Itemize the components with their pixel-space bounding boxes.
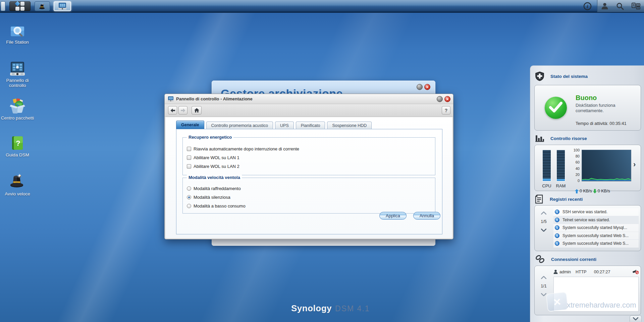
upload-arrow-icon <box>575 189 579 193</box>
tab-generale[interactable]: Generale <box>176 121 204 129</box>
tab-pianificato[interactable]: Pianificato <box>296 122 325 129</box>
collapse-widget-tab[interactable] <box>630 315 642 322</box>
log-row[interactable]: iSystem successfully started Web S... <box>553 232 639 240</box>
help-button[interactable]: ? <box>442 106 450 114</box>
radio-row: Modalità a basso consumo <box>187 203 246 209</box>
close-icon[interactable]: ✕ <box>424 84 430 90</box>
radio-label: Modalità raffreddamento <box>194 186 241 191</box>
power-recovery-group: Recupero energetico Riavvia automaticame… <box>182 137 435 175</box>
back-button[interactable] <box>168 106 177 114</box>
pilot-view-button[interactable] <box>632 3 640 9</box>
chevron-down-icon[interactable] <box>541 229 546 232</box>
widget-title: Controllo risorse <box>550 136 587 141</box>
chevron-down-icon[interactable] <box>541 293 546 296</box>
info-button[interactable]: i <box>583 2 592 10</box>
cpu-usage-bar <box>542 149 551 182</box>
show-desktop-button[interactable] <box>1 1 5 11</box>
close-icon[interactable]: ✕ <box>444 96 450 102</box>
cool-mode-radio[interactable] <box>187 186 191 191</box>
cancel-button[interactable]: Annulla <box>413 212 440 220</box>
log-row[interactable]: iSystem successfully started Web S... <box>553 240 639 248</box>
connection-row[interactable]: admin HTTP 00:27:27 <box>553 269 639 274</box>
log-row[interactable]: iSSH service was started. <box>553 208 639 216</box>
recent-logs-box: 1/5 iSSH service was started. iTelnet se… <box>534 205 641 251</box>
current-connections-box: 1/1 admin HTTP 00:27:27 <box>534 266 641 315</box>
recent-logs-header: Registri recenti <box>535 194 583 204</box>
forward-button[interactable] <box>178 106 187 114</box>
checkbox-label: Abilitare WOL su LAN 1 <box>194 155 239 160</box>
radio-label: Modalità silenziosa <box>194 195 230 200</box>
shield-icon <box>535 72 544 81</box>
desktop: File Station Pannello di controllo <box>0 0 644 322</box>
logs-pager: 1/5 <box>538 212 549 232</box>
group-legend: Recupero energetico <box>187 135 233 140</box>
checkbox-row: Abilitare WOL su LAN 2 <box>187 164 239 169</box>
restart-after-power-failure-checkbox[interactable] <box>187 147 191 151</box>
connection-time: 00:27:27 <box>594 270 610 274</box>
desktop-icon-control-panel[interactable]: Pannello di controllo <box>0 61 35 88</box>
network-graph <box>582 150 631 181</box>
info-icon: i <box>555 210 559 214</box>
tab-controllo-promemoria-acustico[interactable]: Controllo promemoria acustico <box>206 122 273 129</box>
radio-row: Modalità raffreddamento <box>187 186 241 191</box>
bar-chart-icon <box>535 134 544 143</box>
info-icon: i <box>583 2 592 10</box>
expand-resource-arrow[interactable]: › <box>633 161 636 168</box>
connections-pager: 1/1 <box>538 276 549 296</box>
minimize-button[interactable] <box>417 84 423 90</box>
main-menu-button[interactable] <box>9 1 31 11</box>
user-icon <box>553 270 558 274</box>
dialog-buttons: Applica Annulla <box>379 212 440 220</box>
widget-title: Stato del sistema <box>550 74 588 79</box>
info-icon: i <box>555 233 559 238</box>
arrow-left-icon <box>170 108 175 112</box>
checkbox-label: Riavvia automaticamente dopo interruzion… <box>194 146 299 151</box>
taskbar-control-panel-window-button[interactable] <box>54 1 71 11</box>
health-description: DiskStation funziona correttamente. <box>576 103 633 113</box>
disconnect-icon[interactable] <box>632 269 639 274</box>
chevron-up-icon[interactable] <box>541 212 546 215</box>
desktop-icon-label: Pannello di controllo <box>0 78 35 88</box>
tab-sospensione-hdd[interactable]: Sospensione HDD <box>327 122 372 129</box>
connection-protocol: HTTP <box>576 270 587 274</box>
home-button[interactable] <box>192 106 202 114</box>
quick-launch-button[interactable] <box>35 1 50 11</box>
checkbox-label: Abilitare WOL su LAN 2 <box>194 164 239 169</box>
chain-link-icon <box>535 255 545 264</box>
log-row[interactable]: iSystem successfully started Mysql... <box>553 224 639 232</box>
desktop-icon-label: Guida DSM <box>0 152 35 157</box>
desktop-icon-file-station[interactable]: File Station <box>0 21 35 45</box>
desktop-icon-dsm-help[interactable]: ? Guida DSM <box>0 135 35 157</box>
search-button[interactable] <box>616 2 624 10</box>
wol-lan1-checkbox[interactable] <box>187 155 191 160</box>
log-row[interactable]: iTelnet service was started. <box>553 216 639 224</box>
quiet-mode-radio[interactable] <box>187 195 191 199</box>
fan-mode-group: Modalità velocità ventola Modalità raffr… <box>182 178 435 214</box>
magic-hat-icon <box>38 2 46 10</box>
user-menu-button[interactable] <box>601 2 608 10</box>
chevron-up-icon[interactable] <box>541 276 546 279</box>
synology-watermark: Synology DSM 4.1 <box>291 303 370 314</box>
desktop-icon-quick-start[interactable]: Avvio veloce <box>0 172 35 196</box>
network-traffic: 0 KB/s 0 KB/s <box>575 189 610 193</box>
control-panel-window-icon <box>168 96 174 102</box>
resource-monitor-header: Controllo risorse <box>535 134 587 143</box>
minimize-button[interactable] <box>437 96 443 102</box>
apply-button[interactable]: Applica <box>379 212 407 220</box>
tab-ups[interactable]: UPS <box>275 122 294 129</box>
desktop-icon-package-center[interactable]: Centro pacchetti <box>0 97 35 121</box>
dialog-titlebar[interactable]: Pannello di controllo - Alimentazione ✕ <box>165 94 453 104</box>
power-settings-dialog: Pannello di controllo - Alimentazione ✕ … <box>164 94 453 239</box>
chevron-down-icon <box>633 317 638 320</box>
widget-panel: Stato del sistema Buono DiskStation funz… <box>530 65 644 322</box>
connection-user: admin <box>559 270 571 274</box>
svg-text:i: i <box>587 4 588 9</box>
widget-title: Connessioni correnti <box>551 257 596 262</box>
system-health-box: Buono DiskStation funziona correttamente… <box>534 85 641 131</box>
wol-lan2-checkbox[interactable] <box>187 164 191 169</box>
taskbar-right-group <box>597 0 644 12</box>
dialog-body: Generale Controllo promemoria acustico U… <box>166 117 452 238</box>
low-power-mode-radio[interactable] <box>187 204 191 208</box>
control-panel-window-icon <box>58 3 67 10</box>
tab-strip: Generale Controllo promemoria acustico U… <box>176 121 374 129</box>
